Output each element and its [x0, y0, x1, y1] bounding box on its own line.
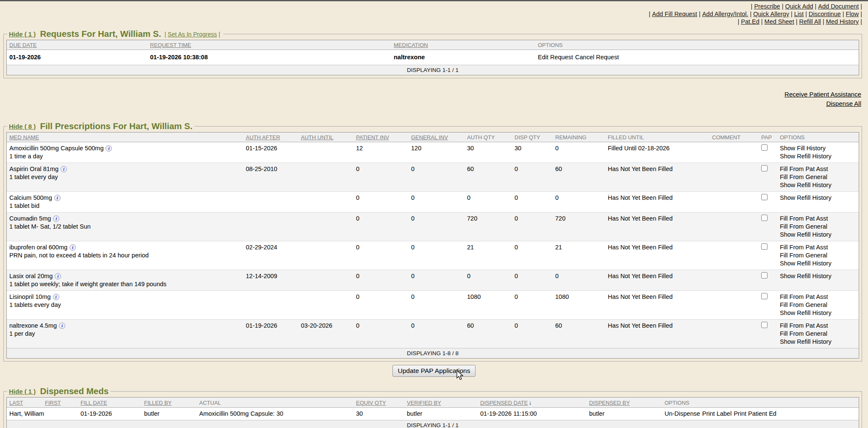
receive-patient-assistance-link[interactable]: Receive Patient Assistance [0, 90, 861, 99]
cell-comment [709, 142, 759, 163]
pap-checkbox[interactable] [761, 243, 768, 250]
col-auth-qty-label: AUTH QTY [467, 134, 495, 141]
print-label-link[interactable]: Print Label [702, 410, 732, 417]
col-fill-date-label[interactable]: FILL DATE [81, 400, 107, 406]
col-patient-inv-label[interactable]: PATIENT INV [356, 134, 389, 141]
col-dispensed-by-label[interactable]: DISPENSED BY [589, 400, 630, 406]
col-dispensed-date-label[interactable]: DISPENSED DATE [480, 400, 528, 406]
nav-quick-allergy[interactable]: Quick Allergy [753, 11, 789, 17]
cell-filled-until: Has Not Yet Been Filled [605, 320, 709, 348]
pap-checkbox[interactable] [761, 215, 768, 221]
col-request-time-label[interactable]: REQUEST TIME [150, 42, 191, 48]
show-refill-history-link[interactable]: Show Refill History [780, 260, 856, 268]
info-icon[interactable] [70, 244, 76, 251]
nav-discontinue[interactable]: Discontinue [809, 11, 841, 17]
un-dispense-link[interactable]: Un-Dispense [665, 410, 700, 417]
separator [649, 11, 651, 17]
info-icon[interactable] [59, 323, 65, 329]
cell-auth-qty: 30 [465, 142, 512, 163]
cell-filled-until: Has Not Yet Been Filled [605, 291, 709, 320]
col-first-label[interactable]: FIRST [45, 400, 61, 406]
pap-checkbox[interactable] [761, 322, 768, 328]
fill-from-pat-asst-link[interactable]: Fill From Pat Asst [780, 293, 856, 301]
show-refill-history-link[interactable]: Show Refill History [780, 231, 856, 239]
requests-section: Hide ( 1 ) Requests For Hart, William S.… [3, 29, 862, 78]
info-icon[interactable] [54, 195, 61, 201]
show-refill-history-link[interactable]: Show Refill History [780, 181, 856, 189]
col-medication-label[interactable]: MEDICATION [394, 42, 428, 48]
cell-patient-inv: 0 [353, 320, 409, 348]
separator [219, 31, 220, 38]
nav-pat-ed[interactable]: Pat.Ed [741, 18, 760, 25]
nav-med-sheet[interactable]: Med Sheet [765, 18, 794, 25]
cell-pap [759, 291, 777, 320]
nav-add-document[interactable]: Add Document [818, 3, 859, 10]
fill-hide-toggle[interactable]: Hide ( 8 ) [9, 123, 36, 130]
cell-remaining: 21 [553, 241, 605, 270]
nav-refill-all[interactable]: Refill All [799, 18, 821, 25]
edit-request-link[interactable]: Edit Request [538, 54, 573, 61]
fill-from-general-link[interactable]: Fill From General [780, 301, 856, 309]
requests-legend: Hide ( 1 ) Requests For Hart, William S.… [7, 29, 223, 39]
fill-from-pat-asst-link[interactable]: Fill From Pat Asst [780, 243, 856, 251]
nav-list[interactable]: List [794, 11, 804, 17]
nav-quick-add[interactable]: Quick Add [785, 3, 813, 10]
dispensed-footer-row: DISPLAYING 1-1 / 1 [7, 420, 859, 428]
pap-checkbox[interactable] [761, 293, 768, 299]
sort-descending-icon[interactable] [529, 399, 531, 406]
fill-from-general-link[interactable]: Fill From General [780, 223, 856, 231]
nav-med-history[interactable]: Med History [826, 18, 859, 25]
cell-filled-until: Has Not Yet Been Filled [605, 213, 709, 241]
requests-hide-toggle[interactable]: Hide ( 1 ) [9, 30, 36, 38]
print-patient-ed-link[interactable]: Print Patient Ed [734, 410, 776, 417]
show-fill-history-link[interactable]: Show Fill History [780, 144, 856, 152]
show-refill-history-link[interactable]: Show Refill History [780, 152, 856, 160]
med-sig-text: 1 time a day [9, 152, 241, 160]
nav-prescribe[interactable]: Prescribe [754, 3, 780, 10]
info-icon[interactable] [55, 273, 61, 279]
set-as-in-progress-link[interactable]: Set As In Progress [168, 31, 217, 38]
cancel-request-link[interactable]: Cancel Request [575, 54, 619, 61]
nav-add-allergy-intol[interactable]: Add Allergy/Intol. [702, 11, 748, 17]
info-icon[interactable] [61, 166, 67, 172]
show-refill-history-link[interactable]: Show Refill History [780, 194, 856, 202]
info-icon[interactable] [106, 145, 112, 152]
pap-checkbox[interactable] [761, 194, 768, 200]
col-disp-qty: DISP QTY [512, 133, 553, 142]
col-verified-by-label[interactable]: VERIFIED BY [407, 400, 441, 406]
dispensed-hide-toggle[interactable]: Hide ( 1 ) [9, 388, 36, 395]
col-due-date-label[interactable]: DUE DATE [9, 42, 37, 48]
col-filled-by-label[interactable]: FILLED BY [144, 400, 172, 406]
col-auth-after-label[interactable]: AUTH AFTER [246, 134, 280, 141]
pap-checkbox[interactable] [761, 165, 768, 171]
fill-from-pat-asst-link[interactable]: Fill From Pat Asst [780, 165, 856, 173]
col-last-label[interactable]: LAST [9, 400, 23, 406]
pap-checkbox[interactable] [761, 144, 768, 151]
cell-filled-until: Has Not Yet Been Filled [605, 270, 709, 291]
col-general-inv-label[interactable]: GENERAL INV [411, 134, 448, 141]
col-equiv-qty-label[interactable]: EQUIV QTY [356, 400, 386, 406]
info-icon[interactable] [53, 215, 59, 222]
cell-pap [759, 192, 777, 213]
dispense-all-link[interactable]: Dispense All [0, 99, 861, 108]
show-refill-history-link[interactable]: Show Refill History [780, 272, 856, 280]
update-pap-applications-button[interactable]: Update PAP Applications [392, 365, 476, 377]
show-refill-history-link[interactable]: Show Refill History [780, 309, 856, 317]
cell-general-inv: 0 [409, 291, 465, 320]
med-sig-text: 1 tablet every day [9, 173, 241, 181]
top-nav-row-1: PrescribeQuick AddAdd Document [0, 3, 864, 10]
col-auth-until-label[interactable]: AUTH UNTIL [301, 134, 334, 141]
med-sig-text: 1 tablet po weekly; take if weight great… [9, 280, 241, 288]
nav-flow[interactable]: Flow [846, 11, 859, 17]
nav-add-fill-request[interactable]: Add Fill Request [652, 11, 697, 17]
fill-from-pat-asst-link[interactable]: Fill From Pat Asst [780, 215, 856, 223]
info-icon[interactable] [53, 294, 59, 300]
fill-from-general-link[interactable]: Fill From General [780, 251, 856, 260]
fill-from-general-link[interactable]: Fill From General [780, 173, 856, 181]
pap-checkbox[interactable] [761, 272, 768, 279]
cell-options: Show Refill History [777, 192, 859, 213]
show-refill-history-link[interactable]: Show Refill History [780, 338, 856, 346]
fill-from-general-link[interactable]: Fill From General [780, 330, 856, 338]
col-med-name-label[interactable]: MED NAME [9, 134, 39, 141]
fill-from-pat-asst-link[interactable]: Fill From Pat Asst [780, 322, 856, 330]
